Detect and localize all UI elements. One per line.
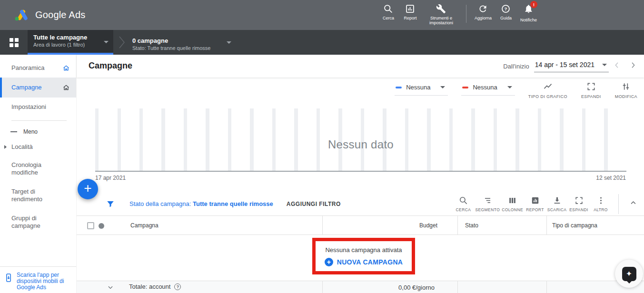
chart-type-button[interactable]: TIPO DI GRAFICO (528, 82, 567, 99)
minus-icon (10, 131, 17, 132)
chart-empty-message: Nessun dato (95, 138, 626, 151)
grid-icon (10, 38, 19, 47)
timeseries-chart: Nessun dato (95, 108, 626, 172)
phone-download-icon (4, 273, 13, 283)
x-axis-start-label: 17 apr 2021 (95, 175, 126, 181)
notifications-button[interactable]: ! Notifiche (517, 4, 540, 22)
app-promo-text: Scarica l'app per dispositivi mobili di … (17, 272, 66, 291)
sidebar-item-panoramica[interactable]: Panoramica (0, 59, 76, 78)
search-icon (459, 196, 468, 205)
columns-button[interactable]: COLONNE (501, 196, 524, 212)
table-empty-state: Nessuna campagna attivata + NUOVA CAMPAG… (77, 235, 644, 281)
chevron-down-icon (227, 41, 231, 44)
table-expand-button[interactable]: ESPANDI (568, 196, 590, 212)
new-campaign-button[interactable]: + NUOVA CAMPAGNA (325, 258, 403, 266)
scope-subtitle: Area di lavoro (1 filtro) (33, 41, 101, 48)
add-filter-button[interactable]: AGGIUNGI FILTRO (287, 201, 341, 207)
chevron-down-icon (602, 64, 607, 66)
chevron-up-icon (630, 199, 637, 206)
expand-total-button[interactable] (107, 284, 114, 292)
assistant-button[interactable]: ✦ (615, 260, 643, 288)
table-header-row: Campagna Budget Stato Tipo di campagna (77, 215, 644, 235)
sidebar-item-localita[interactable]: Località (0, 139, 76, 155)
topbar-divider (466, 5, 466, 23)
segment-icon (483, 196, 492, 205)
mobile-app-promo-link[interactable]: Scarica l'app per dispositivi mobili di … (0, 266, 76, 291)
help-icon: ? (501, 4, 511, 14)
sidebar-collapse-meno[interactable]: Meno (0, 125, 76, 139)
topbar-actions: Cerca Report Strumenti e impostazioni Ag… (377, 4, 540, 25)
sub-navigation-bar: Tutte le campagne Area di lavoro (1 filt… (0, 30, 644, 55)
column-header-stato[interactable]: Stato (457, 216, 546, 234)
expand-icon (586, 82, 596, 91)
chevron-left-icon (613, 61, 621, 69)
page-title: Campagne (89, 61, 132, 71)
download-button[interactable]: SCARICA (546, 196, 568, 212)
date-next-button[interactable] (625, 61, 641, 71)
wrench-icon (436, 4, 446, 14)
date-range-control: Dall'inizio 14 apr - 15 set 2021 (503, 55, 641, 78)
chart-metric-2-selector[interactable]: Nessuna (461, 82, 515, 96)
help-button[interactable]: ? Guida (495, 4, 517, 20)
sliders-icon (621, 82, 631, 91)
columns-icon (508, 196, 517, 205)
arrow-right-icon (4, 145, 7, 149)
date-range-picker[interactable]: 14 apr - 15 set 2021 (534, 60, 609, 72)
column-header-tipo-di-campagna[interactable]: Tipo di campagna (546, 216, 644, 234)
more-options-button[interactable]: ALTRO (590, 196, 612, 212)
report-button[interactable]: Report (399, 4, 421, 20)
campaign-status-filter-chip[interactable]: Stato della campagna: Tutte tranne quell… (129, 200, 273, 207)
breadcrumb-chevron-icon (118, 34, 126, 50)
sidebar-item-cronologia-modifiche[interactable]: Cronologia modifiche (0, 156, 76, 181)
select-all-checkbox[interactable] (87, 222, 94, 229)
x-axis-end-label: 12 set 2021 (596, 175, 626, 181)
create-campaign-fab[interactable]: + (78, 179, 98, 199)
table-report-button[interactable]: REPORT (524, 196, 546, 212)
search-button[interactable]: Cerca (377, 4, 399, 20)
help-circle-icon[interactable]: ? (174, 283, 181, 290)
chart-controls: Nessuna Nessuna TIPO DI GRAFICO (395, 82, 637, 99)
sparkle-icon: ✦ (626, 269, 632, 278)
sidebar-item-campagne[interactable]: Campagne (0, 78, 76, 98)
top-app-bar: Google Ads Cerca Report Strumenti e impo… (0, 0, 644, 30)
table-toolbar: CERCA SEGMENTO COLONNE REPORT (452, 194, 644, 214)
date-prev-button[interactable] (609, 61, 625, 71)
series-red-dash-icon (462, 87, 468, 88)
sidebar-item-gruppi-di-campagne[interactable]: Gruppi di campagne (0, 210, 76, 234)
main-content: Campagne Dall'inizio 14 apr - 15 set 202… (77, 55, 644, 293)
nav-grid-button[interactable] (0, 30, 28, 55)
segment-button[interactable]: SEGMENTO (474, 196, 501, 212)
sidebar-item-target-di-rendimento[interactable]: Target di rendimento (0, 183, 76, 208)
chevron-down-icon (507, 86, 512, 88)
page-header: Campagne Dall'inizio 14 apr - 15 set 202… (77, 55, 644, 78)
download-icon (553, 196, 562, 205)
context-subtitle: Stato: Tutte tranne quelle rimosse (132, 45, 210, 51)
tools-settings-button[interactable]: Strumenti e impostazioni (421, 4, 461, 25)
column-header-campagna[interactable]: Campagna (77, 216, 322, 234)
home-icon (62, 84, 70, 91)
search-icon (383, 4, 393, 14)
sidebar-item-impostazioni[interactable]: Impostazioni (0, 98, 76, 117)
chart-metric-1-selector[interactable]: Nessuna (395, 82, 448, 96)
table-search-button[interactable]: CERCA (452, 196, 474, 212)
google-ads-app: Google Ads Cerca Report Strumenti e impo… (0, 0, 644, 293)
total-stato-cell (457, 281, 546, 293)
plus-circle-icon: + (325, 258, 333, 266)
sparkle-pin-icon: ✦ (622, 267, 636, 281)
refresh-button[interactable]: Aggiorna (471, 4, 495, 20)
brand-name: Google Ads (35, 10, 85, 20)
scope-title: Tutte le campagne (33, 33, 101, 41)
column-header-budget[interactable]: Budget (322, 216, 457, 234)
table-total-row: Totale: account ? 0,00 €/giorno (77, 281, 644, 293)
google-ads-logo[interactable]: Google Ads (14, 9, 85, 21)
google-ads-triangle-icon (14, 9, 29, 21)
sidebar: Panoramica Campagne Impostazioni Meno Lo… (0, 55, 77, 293)
collapse-table-button[interactable] (625, 199, 641, 208)
campaign-context-selector[interactable]: 0 campagne Stato: Tutte tranne quelle ri… (132, 30, 231, 55)
filter-funnel-icon (106, 200, 115, 208)
notification-badge: ! (530, 1, 537, 8)
filter-bar: Stato della campagna: Tutte tranne quell… (77, 192, 644, 215)
chart-expand-button[interactable]: ESPANDI (581, 82, 602, 99)
chart-edit-button[interactable]: MODIFICA (615, 82, 637, 99)
scope-selector-all-campaigns[interactable]: Tutte le campagne Area di lavoro (1 filt… (28, 30, 113, 55)
